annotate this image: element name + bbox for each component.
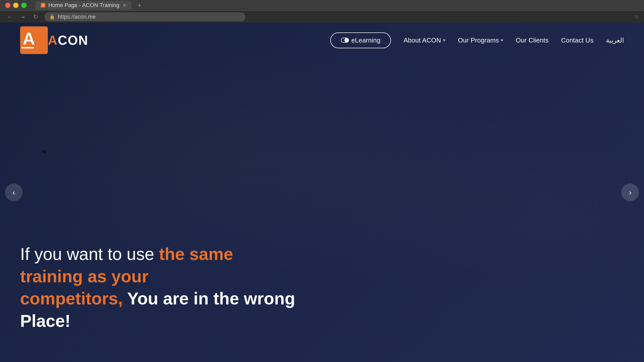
hero-line2: competitors, You are in the wrong Place! bbox=[20, 287, 297, 332]
page-content: A ACON eLearning About ACON ▾ Our Progra… bbox=[0, 23, 644, 362]
logo[interactable]: A ACON bbox=[20, 26, 88, 54]
about-chevron-icon: ▾ bbox=[443, 37, 445, 43]
browser-tab-active[interactable]: A Home Page - ACON Training ✕ bbox=[36, 1, 132, 10]
nav-programs[interactable]: Our Programs ▾ bbox=[458, 36, 503, 44]
minimize-window-button[interactable] bbox=[13, 3, 19, 8]
hero-line1-start: If you want to use bbox=[20, 244, 159, 263]
hero-line1: If you want to use the same training as … bbox=[20, 243, 297, 287]
logo-icon: A bbox=[20, 26, 48, 54]
elearning-button[interactable]: eLearning bbox=[330, 32, 391, 48]
back-button[interactable]: ← bbox=[5, 12, 14, 21]
browser-addressbar: ← → ↻ 🔒 https://acon.me ☆ bbox=[0, 11, 644, 23]
carousel-next-button[interactable]: › bbox=[621, 184, 639, 201]
address-bar[interactable]: 🔒 https://acon.me bbox=[44, 12, 246, 21]
nav-about[interactable]: About ACON ▾ bbox=[404, 36, 445, 44]
nav-arabic[interactable]: العربية bbox=[606, 36, 624, 44]
navbar: A ACON eLearning About ACON ▾ Our Progra… bbox=[0, 23, 644, 58]
hero-content: If you want to use the same training as … bbox=[20, 243, 297, 332]
arabic-label: العربية bbox=[606, 36, 624, 44]
logo-text: ACON bbox=[48, 33, 88, 48]
new-tab-button[interactable]: + bbox=[138, 2, 141, 9]
chevron-left-icon: ‹ bbox=[13, 188, 15, 197]
forward-button[interactable]: → bbox=[18, 12, 27, 21]
browser-titlebar: A Home Page - ACON Training ✕ + bbox=[0, 0, 644, 11]
reload-button[interactable]: ↻ bbox=[31, 12, 40, 21]
elearning-toggle-icon bbox=[341, 38, 349, 43]
tab-favicon: A bbox=[41, 3, 45, 8]
tab-title: Home Page - ACON Training bbox=[48, 2, 119, 9]
about-label: About ACON bbox=[404, 36, 441, 44]
nav-contact[interactable]: Contact Us bbox=[561, 36, 593, 44]
lock-icon: 🔒 bbox=[49, 14, 55, 20]
chevron-right-icon: › bbox=[629, 188, 632, 197]
bookmark-button[interactable]: ☆ bbox=[634, 14, 639, 20]
contact-label: Contact Us bbox=[561, 36, 593, 44]
svg-text:A: A bbox=[23, 29, 35, 48]
nav-menu: eLearning About ACON ▾ Our Programs ▾ Ou… bbox=[330, 32, 624, 48]
hero-line2-highlight: competitors, bbox=[20, 289, 123, 308]
carousel-prev-button[interactable]: ‹ bbox=[5, 184, 23, 201]
tab-close-button[interactable]: ✕ bbox=[122, 2, 127, 8]
programs-chevron-icon: ▾ bbox=[501, 37, 503, 43]
traffic-lights bbox=[5, 3, 27, 8]
browser-chrome: A Home Page - ACON Training ✕ + ← → ↻ 🔒 … bbox=[0, 0, 644, 23]
url-text: https://acon.me bbox=[58, 14, 96, 20]
elearning-label: eLearning bbox=[351, 36, 381, 44]
programs-label: Our Programs bbox=[458, 36, 499, 44]
nav-clients[interactable]: Our Clients bbox=[516, 36, 548, 44]
maximize-window-button[interactable] bbox=[21, 3, 27, 8]
close-window-button[interactable] bbox=[5, 3, 11, 8]
clients-label: Our Clients bbox=[516, 36, 548, 44]
